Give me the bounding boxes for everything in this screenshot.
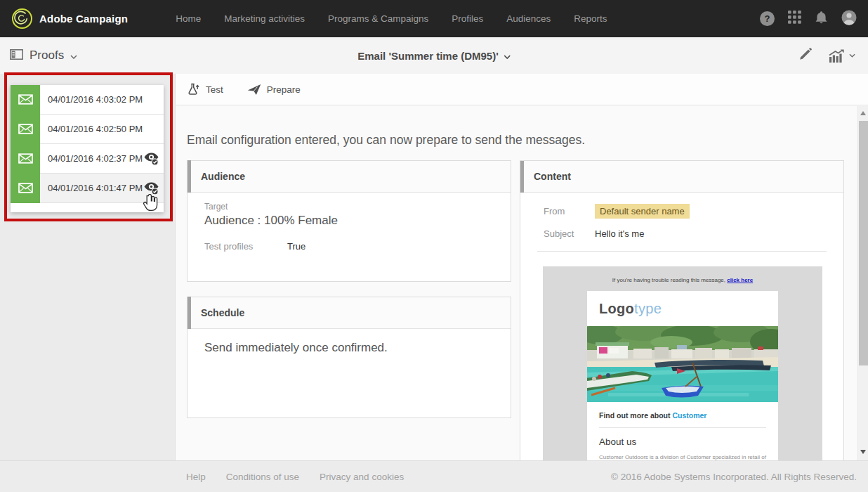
schedule-card-header: Schedule bbox=[188, 297, 511, 329]
from-value-highlighted: Default sender name bbox=[595, 204, 690, 219]
nav-item-reports[interactable]: Reports bbox=[574, 13, 607, 24]
help-icon[interactable]: ? bbox=[760, 11, 775, 26]
email-trouble-line: If you're having trouble reading this me… bbox=[543, 277, 822, 283]
topnav-utilities: ? bbox=[760, 10, 857, 28]
proof-viewed-icon bbox=[143, 181, 159, 195]
target-label: Target bbox=[204, 202, 494, 212]
reports-dropdown-button[interactable] bbox=[829, 49, 855, 63]
page-footer: Help Conditions of use Privacy and cooki… bbox=[0, 460, 868, 492]
logotype-dark-part: Logo bbox=[599, 301, 634, 316]
email-preview: If you're having trouble reading this me… bbox=[543, 266, 822, 460]
test-button[interactable]: Test bbox=[187, 83, 223, 96]
prepare-button-label: Prepare bbox=[267, 84, 301, 95]
email-title-selector[interactable]: Email 'Summer time (DM95)' bbox=[357, 49, 511, 62]
nav-item-profiles[interactable]: Profiles bbox=[452, 13, 483, 24]
subject-label: Subject bbox=[544, 228, 595, 239]
main-content: Test Prepare Email configuration entered… bbox=[176, 74, 868, 460]
proof-timestamp: 04/01/2016 4:02:37 PM bbox=[48, 153, 143, 164]
proofs-section-selector[interactable]: Proofs bbox=[10, 48, 77, 63]
target-value: Audience : 100% Female bbox=[204, 214, 494, 228]
content-card: Content From Default sender name Subject… bbox=[520, 160, 844, 460]
email-envelope-icon bbox=[11, 115, 40, 144]
scroll-down-arrow[interactable] bbox=[860, 450, 866, 454]
footer-link-privacy[interactable]: Privacy and cookies bbox=[320, 472, 404, 482]
schedule-card: Schedule Send immediately once confirmed… bbox=[187, 297, 511, 418]
proof-list-item[interactable]: 04/01/2016 4:03:02 PM bbox=[11, 85, 164, 115]
chevron-down-icon bbox=[849, 53, 855, 58]
test-button-label: Test bbox=[206, 84, 223, 95]
apps-grid-icon[interactable] bbox=[788, 11, 801, 27]
email-logotype: Logotype bbox=[587, 291, 778, 326]
about-paragraph: Customer Outdoors is a division of Custo… bbox=[587, 448, 778, 460]
logotype-light-part: type bbox=[634, 301, 662, 316]
footer-link-help[interactable]: Help bbox=[186, 472, 206, 482]
audience-card-title: Audience bbox=[201, 171, 245, 182]
test-profiles-value: True bbox=[287, 241, 305, 252]
nav-item-audiences[interactable]: Audiences bbox=[506, 13, 551, 24]
trouble-text: If you're having trouble reading this me… bbox=[612, 277, 725, 283]
main-nav: Home Marketing activities Programs & Cam… bbox=[176, 13, 607, 24]
email-envelope-icon bbox=[11, 85, 40, 115]
test-flask-icon bbox=[187, 83, 200, 96]
email-hero-photo bbox=[587, 326, 778, 402]
chevron-down-icon bbox=[504, 49, 511, 62]
email-body-panel: Logotype bbox=[587, 291, 778, 460]
proof-timestamp: 04/01/2016 4:01:47 PM bbox=[48, 183, 143, 193]
content-card-title: Content bbox=[534, 171, 571, 182]
proof-list-item[interactable]: 04/01/2016 4:01:47 PM bbox=[11, 174, 164, 203]
top-navigation-bar: Adobe Campaign Home Marketing activities… bbox=[0, 0, 868, 37]
proof-list-item[interactable]: 04/01/2016 4:02:50 PM bbox=[11, 115, 164, 144]
click-here-link[interactable]: click here bbox=[727, 277, 753, 283]
side-panel-icon bbox=[10, 49, 23, 63]
sub-header-bar: Proofs Email 'Summer time (DM95)' bbox=[0, 37, 868, 74]
notifications-bell-icon[interactable] bbox=[815, 11, 828, 27]
customer-link[interactable]: Customer bbox=[672, 411, 706, 420]
footer-link-conditions[interactable]: Conditions of use bbox=[226, 472, 299, 482]
schedule-text: Send immediately once confirmed. bbox=[188, 329, 511, 367]
proof-list: 04/01/2016 4:03:02 PM 04/01/2016 4:02:50… bbox=[11, 85, 164, 212]
proof-timestamp: 04/01/2016 4:02:50 PM bbox=[48, 124, 143, 134]
adobe-campaign-logo-icon bbox=[12, 8, 32, 29]
nav-item-programs-campaigns[interactable]: Programs & Campaigns bbox=[328, 13, 428, 24]
scrollbar-thumb[interactable] bbox=[859, 121, 868, 365]
edit-pencil-icon[interactable] bbox=[799, 48, 812, 63]
status-message: Email configuration entered, you can now… bbox=[187, 133, 585, 148]
content-divider bbox=[537, 251, 827, 252]
footer-links: Help Conditions of use Privacy and cooki… bbox=[186, 472, 404, 482]
audience-card-header: Audience bbox=[188, 161, 511, 193]
prepare-button[interactable]: Prepare bbox=[247, 84, 301, 96]
scroll-up-arrow[interactable] bbox=[860, 111, 866, 115]
nav-item-marketing-activities[interactable]: Marketing activities bbox=[224, 13, 305, 24]
email-findout-line: Find out more about Customer bbox=[587, 402, 778, 427]
section-label: Proofs bbox=[29, 48, 64, 63]
subject-value: Hello it's me bbox=[595, 228, 644, 239]
proof-viewed-icon bbox=[143, 152, 159, 166]
proof-list-item[interactable]: 04/01/2016 4:02:37 PM bbox=[11, 144, 164, 174]
page-title: Email 'Summer time (DM95)' bbox=[357, 50, 499, 62]
action-toolbar: Test Prepare bbox=[176, 74, 868, 105]
audience-card: Audience Target Audience : 100% Female T… bbox=[187, 160, 511, 282]
prepare-plane-icon bbox=[247, 84, 261, 96]
cursor-pointer-annotation bbox=[143, 194, 159, 216]
content-card-header: Content bbox=[520, 161, 843, 193]
report-chart-icon bbox=[829, 49, 846, 63]
email-envelope-icon bbox=[11, 174, 40, 203]
from-label: From bbox=[544, 206, 595, 216]
about-us-heading: About us bbox=[587, 428, 778, 448]
schedule-card-title: Schedule bbox=[201, 307, 244, 318]
app-brand-title: Adobe Campaign bbox=[39, 13, 128, 25]
chevron-down-icon bbox=[70, 49, 77, 62]
copyright-text: © 2016 Adobe Systems Incorporated. All R… bbox=[611, 472, 857, 482]
proof-timestamp: 04/01/2016 4:03:02 PM bbox=[48, 94, 143, 105]
email-envelope-icon bbox=[11, 144, 40, 174]
user-avatar[interactable] bbox=[841, 10, 857, 28]
nav-item-home[interactable]: Home bbox=[176, 13, 201, 24]
test-profiles-label: Test profiles bbox=[204, 241, 287, 252]
vertical-scrollbar[interactable] bbox=[857, 106, 868, 460]
subheader-actions bbox=[799, 48, 855, 63]
findout-text: Find out more about bbox=[599, 411, 671, 420]
